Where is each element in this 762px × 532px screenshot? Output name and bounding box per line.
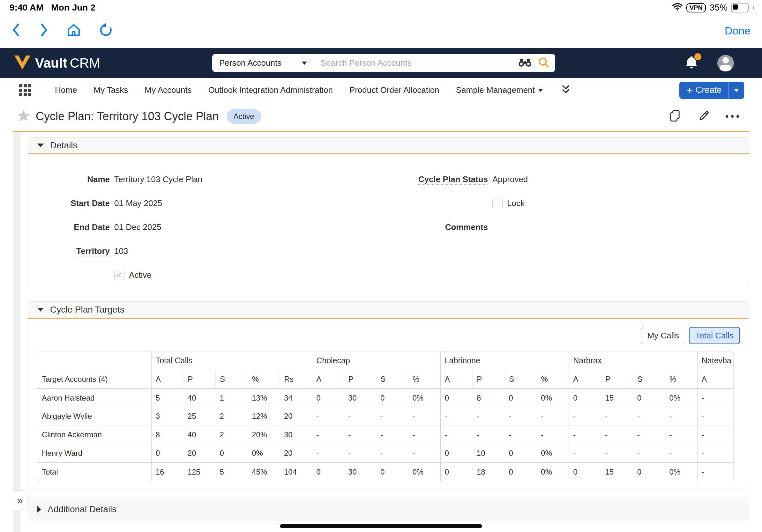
value-cell: 0% [537,462,569,481]
value-cell: - [697,407,733,426]
field-label: Cycle Plan Status [389,174,488,184]
back-icon[interactable] [12,23,21,38]
table-total-row: Total16125545%10403000%01800%01500%- [37,462,733,481]
nav-item-home[interactable]: Home [55,85,77,95]
value-cell: 15 [601,388,633,407]
value-cell: 0 [440,444,473,462]
nav-item-my-tasks[interactable]: My Tasks [94,85,128,95]
value-cell: - [312,444,344,462]
field-value: Approved [493,174,528,184]
column-header: P [344,370,376,388]
nav-item-outlook-integration-administration[interactable]: Outlook Integration Administration [208,85,333,95]
section-title: Cycle Plan Targets [50,304,124,315]
home-indicator[interactable] [280,524,482,528]
field-label: Territory [29,246,110,256]
value-cell: 30 [344,462,376,481]
brand-vault: Vault [35,55,67,71]
account-name-cell: Clinton Ackerman [37,426,151,444]
value-cell: - [344,444,376,462]
value-cell: 12% [248,407,280,426]
chevron-down-icon [302,62,307,65]
group-header: Labrinone [440,352,569,370]
more-tabs-icon[interactable] [561,84,571,96]
value-cell: 0 [151,444,184,462]
avatar[interactable] [717,55,734,71]
table-row[interactable]: Henry Ward02000%20----01000%----- [37,444,733,462]
field-label: End Date [29,222,110,232]
field-comments: Comments [389,222,749,232]
create-button[interactable]: + Create [679,82,744,99]
group-header: Cholecap [312,352,441,370]
additional-details-header[interactable]: Additional Details [28,498,749,521]
total-calls-button[interactable]: Total Calls [689,327,740,344]
value-cell: 5 [151,388,184,407]
value-cell: 40 [184,388,216,407]
column-header: A [440,370,473,388]
group-header: Narbrax [569,352,698,370]
column-header: S [504,370,537,388]
done-button[interactable]: Done [725,25,750,37]
nav-item-my-accounts[interactable]: My Accounts [145,85,191,95]
value-cell: 0 [504,462,537,481]
column-header: % [665,370,698,388]
value-cell: 34 [280,388,312,407]
value-cell: - [537,407,569,426]
active-checkbox[interactable] [114,270,124,280]
forward-icon[interactable] [39,23,48,38]
search-input[interactable] [314,58,518,68]
search-scope-dropdown[interactable]: Person Accounts [212,54,314,72]
table-row[interactable]: Clinton Ackerman840220%30------------- [37,426,733,444]
value-cell: 0 [504,444,537,462]
reload-icon[interactable] [99,23,113,38]
value-cell: 0 [312,388,344,407]
lock-checkbox[interactable] [493,198,502,208]
my-calls-button[interactable]: My Calls [641,327,685,344]
nav-item-product-order-allocation[interactable]: Product Order Allocation [349,85,439,95]
field-value: 01 May 2025 [114,198,162,208]
app-launcher-icon[interactable] [19,84,31,96]
search-icon[interactable] [538,57,550,70]
value-cell: - [601,407,633,426]
value-cell: 0 [569,388,601,407]
value-cell: 20 [184,444,216,462]
table-row[interactable]: Abigayle Wylie325212%20------------- [37,407,733,426]
status-badge: Active [227,109,261,124]
account-name-cell: Henry Ward [37,444,151,462]
notification-dot [694,53,701,60]
value-cell: - [665,407,698,426]
value-cell: 0% [665,388,698,407]
column-header: S [216,370,248,388]
nav-item-sample-management[interactable]: Sample Management [456,85,543,95]
create-dropdown-button[interactable] [728,82,744,99]
more-actions-icon[interactable] [725,115,739,118]
value-cell: - [697,462,733,481]
details-section-header[interactable]: Details [29,137,749,154]
field-territory: Territory 103 [29,246,389,256]
group-header: Total Calls [151,352,312,370]
table-row[interactable]: Aaron Halstead540113%3403000%0800%01500%… [37,388,733,407]
notifications-bell-icon[interactable] [684,55,699,71]
value-cell: - [473,407,505,426]
value-cell: - [569,444,601,462]
section-title: Details [50,140,78,151]
value-cell: 25 [184,407,216,426]
value-cell: - [376,444,409,462]
value-cell: - [697,444,733,462]
targets-section-header[interactable]: Cycle Plan Targets [29,302,749,319]
section-expand-icon [37,506,41,512]
favorite-star-icon[interactable] [17,109,31,124]
column-header: S [633,370,665,388]
value-cell: 40 [184,426,216,444]
value-cell: 18 [473,462,505,481]
home-icon[interactable] [66,23,81,38]
edit-pencil-icon[interactable] [697,109,710,124]
active-checkbox-label: Active [129,270,152,280]
copy-icon[interactable] [668,109,682,124]
plus-icon: + [686,85,692,96]
status-bar: 9:40 AM Mon Jun 2 VPN 35% [0,0,762,13]
vpn-badge: VPN [686,3,706,13]
value-cell: 0 [376,462,409,481]
expand-sidebar-button[interactable] [13,490,28,510]
group-header-spacer [37,352,151,370]
binoculars-icon[interactable] [518,58,532,68]
